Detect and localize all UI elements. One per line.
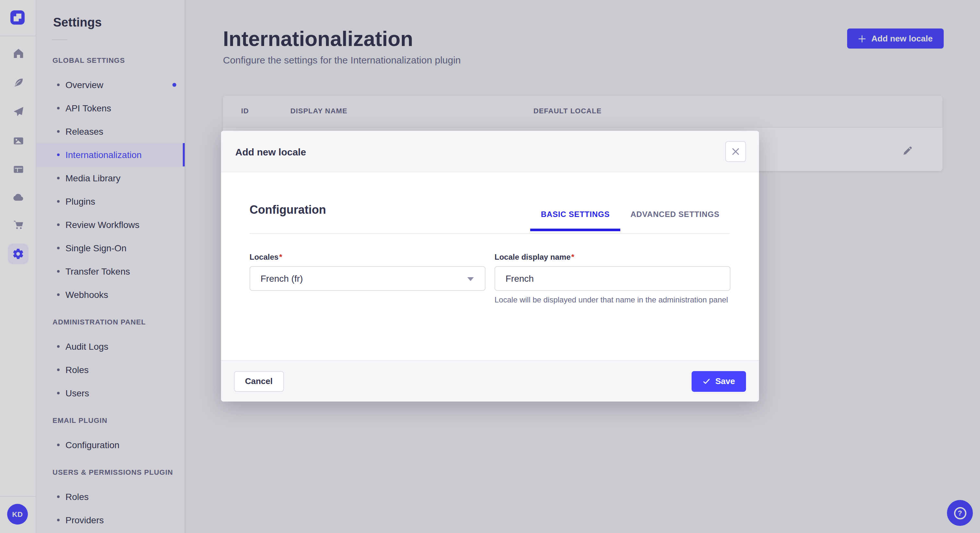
tabs-divider	[250, 233, 730, 234]
settings-tabs: BASIC SETTINGS ADVANCED SETTINGS	[530, 205, 730, 231]
locales-label: Locales*	[250, 252, 485, 262]
locales-select-value: French (fr)	[261, 273, 303, 284]
close-button[interactable]	[725, 141, 746, 162]
check-icon	[702, 377, 710, 385]
chevron-down-icon	[467, 277, 474, 281]
cancel-button[interactable]: Cancel	[234, 371, 283, 392]
modal-body: Configuration BASIC SETTINGS ADVANCED SE…	[221, 172, 759, 360]
modal-header: Add new locale	[221, 131, 759, 172]
tab-basic-settings[interactable]: BASIC SETTINGS	[530, 205, 620, 231]
required-asterisk: *	[278, 252, 282, 262]
display-name-input[interactable]	[495, 266, 730, 291]
locales-select[interactable]: French (fr)	[250, 266, 485, 291]
save-button[interactable]: Save	[691, 371, 746, 392]
strapi-admin-app: KD Settings GLOBAL SETTINGS Overview API…	[0, 0, 980, 533]
display-name-label: Locale display name*	[495, 252, 730, 262]
display-name-hint: Locale will be displayed under that name…	[495, 295, 730, 305]
add-locale-modal: Add new locale Configuration BASIC SETTI…	[221, 131, 759, 401]
modal-title: Add new locale	[235, 146, 306, 157]
required-asterisk: *	[571, 252, 574, 262]
close-icon	[731, 147, 740, 156]
tab-advanced-settings[interactable]: ADVANCED SETTINGS	[620, 205, 730, 231]
display-name-field: Locale display name* Locale will be disp…	[495, 252, 730, 305]
configuration-heading: Configuration	[250, 203, 326, 217]
locales-field: Locales* French (fr)	[250, 252, 485, 305]
modal-footer: Cancel Save	[221, 360, 759, 401]
